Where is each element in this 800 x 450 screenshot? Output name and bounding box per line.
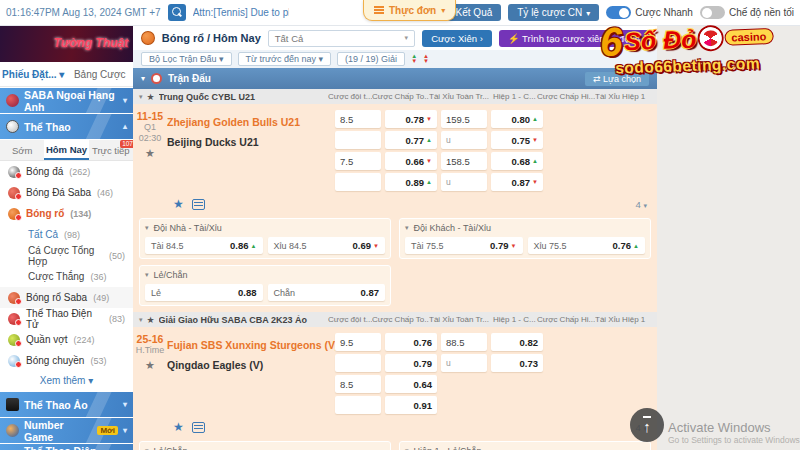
handicap-line-cell[interactable] bbox=[335, 354, 381, 372]
submarket-row: ▾Đội Nhà - Tài/Xỉu Tài 84.50.86▲ Xỉu 84.… bbox=[133, 215, 657, 262]
tab-bet-board[interactable]: Bảng Cược bbox=[67, 69, 134, 80]
total-line-cell[interactable]: u bbox=[441, 173, 487, 191]
favorite-star-icon[interactable]: ★ bbox=[133, 147, 167, 160]
sidebar-header-sports[interactable]: Thể Thao ▴ bbox=[0, 114, 133, 139]
over-odds-cell[interactable]: Tài 75.50.79▼ bbox=[405, 237, 523, 254]
handicap-odds-cell[interactable]: 0.66▼ bbox=[385, 152, 437, 170]
total-odds-cell[interactable]: 0.73 bbox=[491, 354, 543, 372]
tennis-ball-icon bbox=[8, 334, 20, 346]
favorite-star-icon[interactable]: ★ bbox=[147, 92, 155, 102]
favorite-star-icon[interactable]: ★ bbox=[173, 197, 184, 211]
promo-banner[interactable]: Tường Thuật bbox=[0, 26, 133, 62]
scroll-to-top-button[interactable]: ↑ bbox=[630, 408, 664, 442]
chevron-down-icon[interactable]: ▾ bbox=[139, 93, 143, 101]
market-panel-h1-odd-even: ▾Hiệp 1 - Lẻ/Chẵn bbox=[399, 441, 651, 450]
stats-card-icon[interactable] bbox=[192, 199, 205, 210]
under-odds-cell[interactable]: Xỉu 84.50.69▼ bbox=[268, 237, 386, 254]
handicap-line-cell[interactable]: 9.5 bbox=[335, 333, 381, 351]
handicap-odds-cell[interactable]: 0.64 bbox=[385, 375, 437, 393]
sidebar-header-number-game[interactable]: Number Game Mới ▾ bbox=[0, 418, 133, 443]
even-odds-cell[interactable]: Chẵn0.87 bbox=[268, 284, 386, 301]
chevron-down-icon[interactable]: ▾ bbox=[141, 74, 145, 83]
handicap-line-cell[interactable]: 8.5 bbox=[335, 110, 381, 128]
league-filter-select[interactable]: Tất Cả▾ bbox=[268, 30, 415, 47]
sidebar-item-basketball-all[interactable]: Tất Cả(98) bbox=[0, 224, 133, 245]
handicap-line-cell[interactable] bbox=[335, 131, 381, 149]
total-odds-cell[interactable]: 0.87▼ bbox=[491, 173, 543, 191]
empty-panel bbox=[399, 265, 651, 306]
total-line-cell[interactable]: 159.5 bbox=[441, 110, 487, 128]
handicap-odds-cell[interactable]: 0.91 bbox=[385, 396, 437, 414]
total-line-cell[interactable]: u bbox=[441, 131, 487, 149]
tab-early[interactable]: Sớm bbox=[0, 140, 44, 160]
logo-six: 6 bbox=[599, 23, 622, 60]
odds-down-icon: ▼ bbox=[532, 137, 538, 143]
sidebar-item-esports[interactable]: Thể Thao Điện Tử(83) bbox=[0, 308, 133, 329]
sidebar-item-saba-soccer[interactable]: Bóng Đá Saba(46) bbox=[0, 182, 133, 203]
sort-icon[interactable]: ▲▼ bbox=[411, 54, 417, 64]
roulette-wheel-icon bbox=[699, 27, 722, 50]
over-odds-cell[interactable]: Tài 84.50.86▲ bbox=[145, 237, 263, 254]
handicap-line-cell[interactable] bbox=[335, 396, 381, 414]
total-line-cell[interactable]: 88.5 bbox=[441, 333, 487, 351]
tab-bet-slip[interactable]: Phiếu Đặt... ▾ bbox=[0, 69, 67, 80]
handicap-line-cell[interactable]: 7.5 bbox=[335, 152, 381, 170]
sort-alt-icon[interactable]: ▲▼ bbox=[423, 54, 429, 64]
stats-card-icon[interactable] bbox=[192, 422, 205, 433]
tab-live[interactable]: Trực tiếp107 bbox=[89, 140, 133, 160]
search-button[interactable] bbox=[168, 4, 186, 21]
sidebar-item-saba-basketball[interactable]: Bóng rổ Saba(49) bbox=[0, 287, 133, 308]
sidebar-item-outright[interactable]: Cược Thắng(36) bbox=[0, 266, 133, 287]
favorite-star-icon[interactable]: ★ bbox=[173, 420, 184, 434]
handicap-odds-cell[interactable]: 0.77▲ bbox=[385, 131, 437, 149]
time-filter-dropdown[interactable]: Từ trước đến nay ▾ bbox=[238, 52, 332, 66]
odds-type-dropdown[interactable]: Tỷ lệ cược CN▾ bbox=[508, 4, 599, 21]
match-filter-dropdown[interactable]: Bộ Lọc Trận Đấu ▾ bbox=[141, 52, 232, 66]
sidebar-item-tennis[interactable]: Quần vợt(224) bbox=[0, 329, 133, 350]
handicap-odds-cell[interactable]: 0.79 bbox=[385, 354, 437, 372]
handicap-line-cell[interactable] bbox=[335, 173, 381, 191]
submarket-row: ▾Lẻ/Chẵn Lẻ0.88 Chẵn0.87 bbox=[133, 262, 657, 309]
sidebar-header-saba-epl[interactable]: SABA Ngoại Hạng Anh ▾ bbox=[0, 88, 133, 113]
total-odds-cell[interactable]: 0.68▲ bbox=[491, 152, 543, 170]
chevron-down-icon[interactable]: ▾ bbox=[405, 224, 409, 232]
chevron-down-icon[interactable]: ▾ bbox=[145, 224, 149, 232]
total-odds-cell[interactable]: 0.82 bbox=[491, 333, 543, 351]
sidebar-header-virtual-sports[interactable]: Thể Thao Ảo ▾ bbox=[0, 392, 133, 417]
more-markets-dropdown[interactable]: 4 ▾ bbox=[636, 199, 647, 210]
parlay-button[interactable]: Cược Xiên › bbox=[422, 30, 492, 47]
favorite-star-icon[interactable]: ★ bbox=[147, 315, 155, 325]
total-line-cell[interactable]: 158.5 bbox=[441, 152, 487, 170]
favorite-star-icon[interactable]: ★ bbox=[133, 359, 167, 372]
total-odds-cell[interactable]: 0.75▼ bbox=[491, 131, 543, 149]
total-line-cell[interactable]: u bbox=[441, 354, 487, 372]
toggle-off-icon[interactable] bbox=[700, 6, 725, 19]
quick-bet-toggle[interactable]: Cược Nhanh bbox=[606, 6, 693, 19]
toggle-on-icon[interactable] bbox=[606, 6, 631, 19]
number-game-icon bbox=[6, 424, 19, 437]
handicap-line-cell[interactable]: 8.5 bbox=[335, 375, 381, 393]
market-title: Đội Nhà - Tài/Xỉu bbox=[154, 223, 222, 233]
sidebar-header-esports[interactable]: Thể Thao Điện Tử ↗ bbox=[0, 444, 133, 450]
chevron-down-icon[interactable]: ▾ bbox=[145, 271, 149, 279]
odd-odds-cell[interactable]: Lẻ0.88 bbox=[145, 284, 263, 301]
away-team-name[interactable]: Qingdao Eagles (V) bbox=[167, 355, 335, 375]
odds-up-icon: ▲ bbox=[532, 116, 538, 122]
sidebar-item-mix-parlay[interactable]: Cá Cược Tổng Hợp(50) bbox=[0, 245, 133, 266]
show-more-link[interactable]: Xem thêm ▾ bbox=[0, 371, 133, 391]
menu-dropdown-tab[interactable]: Thực đơn ▾ bbox=[363, 0, 456, 21]
handicap-odds-cell[interactable]: 0.76 bbox=[385, 333, 437, 351]
tab-today[interactable]: Hôm Nay bbox=[44, 140, 88, 160]
sidebar-item-basketball[interactable]: Bóng rổ(134) bbox=[0, 203, 133, 224]
home-team-name[interactable]: Fujian SBS Xunxing Sturgeons (V) bbox=[167, 335, 335, 355]
home-team-name[interactable]: Zhejiang Golden Bulls U21 bbox=[167, 112, 335, 132]
chevron-down-icon[interactable]: ▾ bbox=[139, 316, 143, 324]
sidebar-item-volleyball[interactable]: Bóng chuyền(53) bbox=[0, 350, 133, 371]
new-badge: Mới bbox=[97, 426, 118, 435]
total-odds-cell[interactable]: 0.80▲ bbox=[491, 110, 543, 128]
handicap-odds-cell[interactable]: 0.89▲ bbox=[385, 173, 437, 191]
away-team-name[interactable]: Beijing Ducks U21 bbox=[167, 132, 335, 152]
under-odds-cell[interactable]: Xỉu 75.50.76▲ bbox=[528, 237, 646, 254]
handicap-odds-cell[interactable]: 0.78▼ bbox=[385, 110, 437, 128]
sidebar-item-soccer[interactable]: Bóng đá(262) bbox=[0, 161, 133, 182]
